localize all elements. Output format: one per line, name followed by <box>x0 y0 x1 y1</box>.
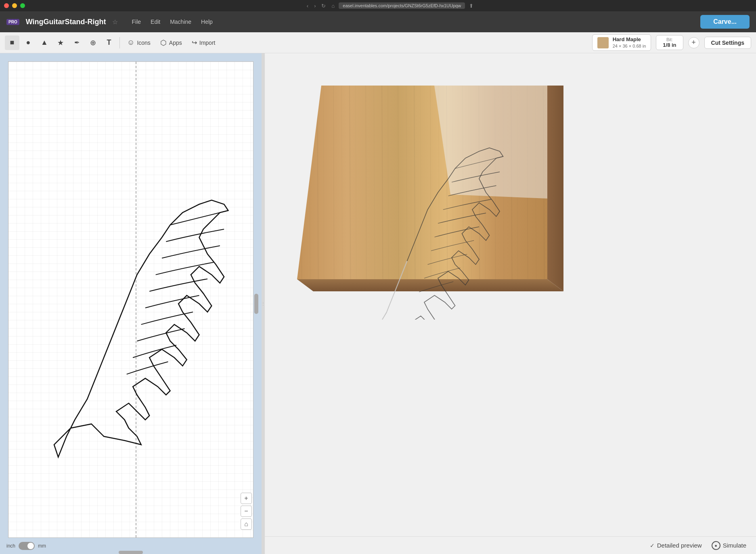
material-swatch <box>597 37 609 48</box>
design-panel: + − ⌂ inch mm <box>0 53 262 554</box>
toolbar-separator-1 <box>119 37 120 48</box>
carve-button[interactable]: Carve... <box>700 15 750 29</box>
help-menu-item[interactable]: Help <box>197 17 217 27</box>
cut-settings-button[interactable]: Cut Settings <box>704 37 751 49</box>
close-window-button[interactable] <box>4 3 9 8</box>
url-bar[interactable]: easel.inventables.com/projects/GNZSt6rG5… <box>339 2 465 9</box>
address-bar-area: ‹ › ↻ ⌂ easel.inventables.com/projects/G… <box>28 2 752 9</box>
apps-icon: ⬡ <box>160 38 167 47</box>
preview-panel: ✓ Detailed preview ● Simulate <box>265 53 756 554</box>
material-area: Hard Maple 24 × 36 × 0.68 in Bit: 1/8 in… <box>592 34 751 51</box>
import-icon: ↪ <box>192 39 197 46</box>
text-tool[interactable]: T <box>102 36 116 50</box>
check-icon: ✓ <box>650 542 655 549</box>
canvas-controls: + − ⌂ <box>241 493 252 530</box>
ellipse-tool[interactable]: ● <box>21 36 36 50</box>
simulate-icon: ● <box>712 541 720 550</box>
favorite-icon[interactable]: ☆ <box>112 18 118 26</box>
icons-button[interactable]: ☺ Icons <box>123 37 155 48</box>
title-bar: ‹ › ↻ ⌂ easel.inventables.com/projects/G… <box>0 0 756 11</box>
project-name: WingGuitarStand-Right <box>26 18 106 26</box>
scroll-handle[interactable] <box>254 294 258 314</box>
add-bit-button[interactable]: + <box>688 37 699 48</box>
minimize-window-button[interactable] <box>12 3 17 8</box>
main-content: + − ⌂ inch mm ⋮ <box>0 53 756 554</box>
pen-tool[interactable]: ✒ <box>69 36 84 50</box>
app-bar: PRO WingGuitarStand-Right ☆ File Edit Ma… <box>0 11 756 32</box>
simulate-button[interactable]: ● Simulate <box>712 541 746 550</box>
horizontal-scrollbar[interactable] <box>119 551 143 554</box>
machine-menu-item[interactable]: Machine <box>166 17 195 27</box>
apps-label: Apps <box>169 40 182 46</box>
import-button[interactable]: ↪ Import <box>188 37 220 48</box>
fit-canvas-button[interactable]: ⌂ <box>241 518 252 530</box>
import-label: Import <box>199 40 216 46</box>
preview-bottom-bar: ✓ Detailed preview ● Simulate <box>265 536 756 554</box>
bit-value: 1/8 in <box>663 42 676 48</box>
rectangle-tool[interactable]: ■ <box>5 36 19 50</box>
unit-mm-label: mm <box>38 543 46 549</box>
maximize-window-button[interactable] <box>20 3 25 8</box>
zoom-in-button[interactable]: + <box>241 493 252 504</box>
material-info: Hard Maple 24 × 36 × 0.68 in <box>613 36 646 49</box>
bit-selector[interactable]: Bit: 1/8 in <box>656 35 683 50</box>
refresh-button[interactable]: ↻ <box>320 3 327 9</box>
toggle-knob <box>27 543 34 549</box>
unit-inch-label: inch <box>6 543 15 549</box>
material-name: Hard Maple <box>613 36 646 43</box>
zoom-out-button[interactable]: − <box>241 506 252 517</box>
unit-toggle[interactable] <box>19 542 35 550</box>
share-button[interactable]: ⬆ <box>467 3 475 9</box>
bit-label: Bit: <box>666 37 673 42</box>
board-bottom-edge <box>297 279 563 291</box>
design-svg <box>8 62 253 537</box>
file-menu-item[interactable]: File <box>128 17 145 27</box>
nav-back-button[interactable]: ‹ <box>305 3 310 9</box>
nav-forward-button[interactable]: › <box>312 3 317 9</box>
mat-area <box>434 86 547 199</box>
3d-preview-svg <box>297 77 580 320</box>
toolbar: ■ ● ▲ ★ ✒ ⊕ T ☺ Icons ⬡ Apps ↪ Import Ha… <box>0 32 756 53</box>
material-dims: 24 × 36 × 0.68 in <box>613 43 646 49</box>
emoji-icon: ☺ <box>127 38 134 47</box>
apps-button[interactable]: ⬡ Apps <box>156 37 186 49</box>
star-tool[interactable]: ★ <box>53 36 68 50</box>
panel-divider[interactable]: ⋮ <box>262 53 265 554</box>
icons-label: Icons <box>137 40 150 46</box>
canvas-bottom-bar: inch mm <box>0 538 262 554</box>
design-canvas[interactable] <box>8 61 253 538</box>
triangle-tool[interactable]: ▲ <box>37 36 52 50</box>
detailed-preview-label: Detailed preview <box>657 542 702 549</box>
app-menu: File Edit Machine Help <box>128 17 216 27</box>
pro-badge: PRO <box>6 19 19 25</box>
canvas-area[interactable]: + − ⌂ <box>0 53 262 554</box>
board-right-edge <box>547 86 563 291</box>
detailed-preview-toggle[interactable]: ✓ Detailed preview <box>650 542 702 549</box>
home-browser-button[interactable]: ⌂ <box>330 3 336 9</box>
crosshair-tool[interactable]: ⊕ <box>86 36 100 50</box>
material-selector[interactable]: Hard Maple 24 × 36 × 0.68 in <box>592 34 651 51</box>
simulate-label: Simulate <box>723 542 746 549</box>
edit-menu-item[interactable]: Edit <box>147 17 164 27</box>
